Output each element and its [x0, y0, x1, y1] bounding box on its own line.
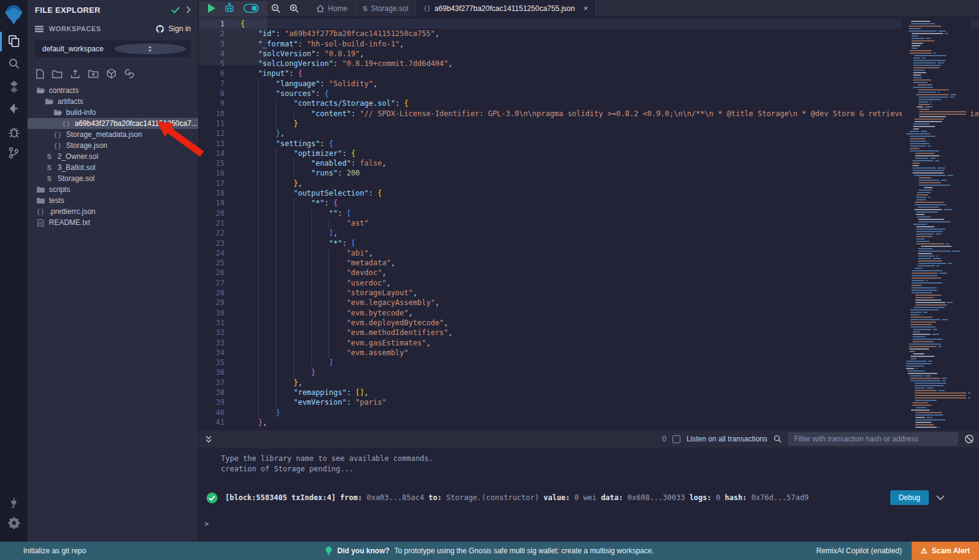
code-line[interactable]: 16 "runs": 200: [199, 168, 979, 178]
minimap[interactable]: [902, 17, 970, 430]
tree-item-contracts[interactable]: contracts: [28, 85, 198, 96]
code-line[interactable]: 37 },: [199, 378, 979, 388]
code-line[interactable]: 9 "contracts/Storage.sol": {: [199, 98, 979, 108]
code-line[interactable]: 40 }: [199, 408, 979, 418]
code-line[interactable]: 25 "metadata",: [199, 258, 979, 268]
upload-file-icon[interactable]: [70, 69, 80, 79]
code-line[interactable]: 11 }: [199, 119, 979, 128]
code-line[interactable]: 5 "solcLongVersion": "0.8.19+commit.7dd6…: [199, 59, 979, 68]
tree-item-storage-metadata-json[interactable]: {}Storage_metadata.json: [28, 129, 198, 140]
code-line[interactable]: 28 "storageLayout",: [199, 288, 979, 298]
workspaces-menu-icon[interactable]: [35, 26, 43, 32]
tree-item--prettierrc-json[interactable]: {}.prettierrc.json: [28, 206, 198, 217]
code-line[interactable]: 10 "content": "// SPDX-License-Identifie…: [199, 109, 979, 119]
sign-in-button[interactable]: Sign in: [155, 24, 191, 34]
search-icon[interactable]: [0, 57, 28, 70]
code-line[interactable]: 19 "*": {: [199, 198, 979, 208]
tree-item-tests[interactable]: tests: [28, 195, 198, 206]
code-line[interactable]: 35 ]: [199, 358, 979, 367]
tree-item-readme-txt[interactable]: README.txt: [28, 217, 198, 228]
code-line[interactable]: 18 "outputSelection": {: [199, 188, 979, 198]
code-line[interactable]: 23 "*": [: [199, 238, 979, 248]
code-editor[interactable]: 1{2 "id": "a69b43f277ba20fcac141151250ca…: [199, 17, 979, 430]
workspace-select[interactable]: default_workspace: [35, 40, 191, 57]
tab-home[interactable]: Home: [309, 0, 355, 17]
zoom-in-icon[interactable]: [289, 4, 299, 13]
tab-build-info-json[interactable]: {} a69b43f277ba20fcac141151250ca755.json…: [416, 0, 596, 17]
scam-alert-badge[interactable]: ⚠ Scam Alert: [912, 542, 979, 560]
transaction-row[interactable]: [block:5583405 txIndex:4] from: 0xa03...…: [199, 488, 979, 507]
code-line[interactable]: 6 "input": {: [199, 68, 979, 78]
code-line[interactable]: 17 },: [199, 179, 979, 188]
upload-folder-icon[interactable]: [88, 69, 99, 78]
tree-item-build-info[interactable]: build-info: [28, 107, 198, 118]
code-line[interactable]: 7 "language": "Solidity",: [199, 79, 979, 89]
terminal-output[interactable]: Type the library name to see available c…: [199, 448, 979, 542]
code-line[interactable]: 33 "evm.gasEstimates",: [199, 338, 979, 348]
code-line[interactable]: 31 "evm.deployedBytecode",: [199, 318, 979, 328]
plugin-manager-icon[interactable]: [0, 496, 28, 509]
debug-button[interactable]: Debug: [890, 490, 929, 505]
code-line[interactable]: 26 "devdoc",: [199, 268, 979, 278]
git-init-status[interactable]: Initialize as git repo: [23, 547, 86, 555]
code-line[interactable]: 30 "evm.bytecode",: [199, 308, 979, 318]
line-number: 7: [199, 79, 234, 89]
new-file-icon[interactable]: [36, 69, 44, 79]
remix-logo-icon[interactable]: [0, 4, 28, 24]
terminal-prompt[interactable]: >: [199, 520, 979, 528]
terminal-search-icon[interactable]: [773, 435, 782, 443]
code-line[interactable]: 22 ],: [199, 228, 979, 238]
folder-open-icon: [36, 87, 45, 94]
git-branch-icon[interactable]: [0, 147, 28, 159]
code-line[interactable]: 24 "abi",: [199, 248, 979, 258]
debugger-bug-icon[interactable]: [0, 127, 28, 138]
file-explorer-icon[interactable]: [0, 34, 28, 48]
deploy-and-run-icon[interactable]: [0, 102, 28, 115]
code-line[interactable]: 32 "evm.methodIdentifiers",: [199, 328, 979, 337]
tree-item-3-ballot-sol[interactable]: S3_Ballot.sol: [28, 162, 198, 173]
tree-item-2-owner-sol[interactable]: S2_Owner.sol: [28, 151, 198, 162]
tab-storage-sol[interactable]: S Storage.sol: [355, 0, 416, 17]
code-lines: 1{2 "id": "a69b43f277ba20fcac141151250ca…: [199, 19, 979, 427]
settings-gear-icon[interactable]: [0, 517, 28, 529]
close-tab-icon[interactable]: ×: [583, 4, 588, 13]
code-line[interactable]: 21 "ast": [199, 218, 979, 228]
tree-item-scripts[interactable]: scripts: [28, 184, 198, 195]
code-line[interactable]: 20 "": [: [199, 208, 979, 218]
code-line[interactable]: 29 "evm.legacyAssembly",: [199, 298, 979, 308]
filter-input[interactable]: [788, 432, 958, 446]
code-line[interactable]: 39 "evmVersion": "paris": [199, 397, 979, 407]
link-icon[interactable]: [124, 69, 135, 78]
code-line[interactable]: 36 }: [199, 367, 979, 377]
code-line[interactable]: 34 "evm.assembly": [199, 348, 979, 358]
workspace-stepper-icon[interactable]: [114, 43, 187, 54]
code-line[interactable]: 1{: [199, 19, 979, 29]
terminal-collapse-icon[interactable]: [205, 435, 212, 443]
code-line[interactable]: 13 "settings": {: [199, 139, 979, 149]
expand-tx-chevron-icon[interactable]: [936, 495, 945, 501]
code-line[interactable]: 8 "sources": {: [199, 89, 979, 98]
tree-item-a69b43f277ba20fcac141151250ca7-[interactable]: {}a69b43f277ba20fcac141151250ca7...: [28, 118, 198, 129]
solidity-compiler-icon[interactable]: [0, 80, 28, 94]
code-line[interactable]: 38 "remappings": [],: [199, 388, 979, 397]
code-line[interactable]: 41 },: [199, 418, 979, 427]
code-line[interactable]: 27 "userdoc",: [199, 278, 979, 288]
minimap-slider[interactable]: [199, 1, 267, 65]
code-line[interactable]: 4 "solcVersion": "0.8.19",: [199, 49, 979, 59]
load-gist-cube-icon[interactable]: [106, 68, 116, 79]
tree-item-storage-json[interactable]: {}Storage.json: [28, 140, 198, 151]
code-line[interactable]: 2 "id": "a69b43f277ba20fcac141151250ca75…: [199, 29, 979, 39]
new-folder-icon[interactable]: [52, 70, 62, 78]
copilot-status[interactable]: RemixAI Copilot (enabled): [816, 547, 902, 555]
code-line[interactable]: 15 "enabled": false,: [199, 158, 979, 168]
transaction-summary: [block:5583405 txIndex:4] from: 0xa03...…: [225, 493, 883, 502]
zoom-out-icon[interactable]: [271, 4, 281, 13]
code-line[interactable]: 14 "optimizer": {: [199, 149, 979, 158]
code-line[interactable]: 3 "_format": "hh-sol-build-info-1",: [199, 39, 979, 49]
code-line[interactable]: 12 },: [199, 128, 979, 138]
tree-item-artifacts[interactable]: artifacts: [28, 96, 198, 107]
tree-item-storage-sol[interactable]: SStorage.sol: [28, 173, 198, 184]
collapse-chevron-icon[interactable]: [186, 6, 191, 13]
listen-checkbox[interactable]: [672, 435, 680, 443]
clear-console-icon[interactable]: [964, 434, 974, 444]
